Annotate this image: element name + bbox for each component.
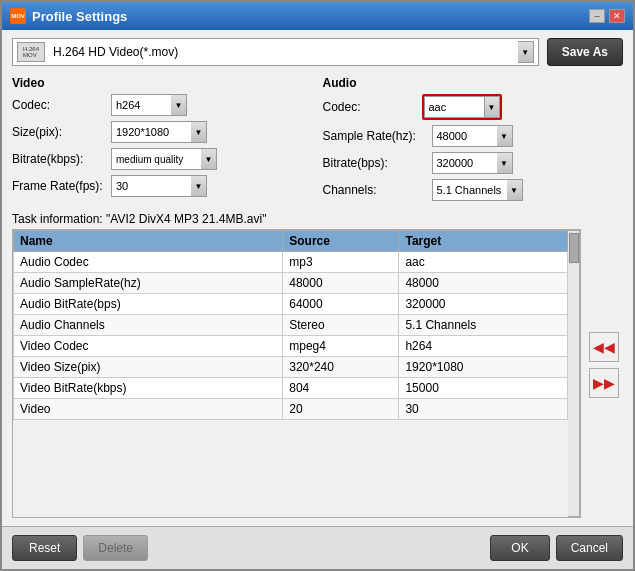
video-framerate-label: Frame Rate(fps): (12, 179, 107, 193)
video-size-value[interactable]: 1920*1080 (111, 121, 191, 143)
profile-select-wrapper: H.264MOV H.264 HD Video(*.mov) ▼ (12, 38, 539, 66)
table-cell: 15000 (399, 378, 568, 399)
table-header-row: Name Source Target (14, 231, 568, 252)
audio-bitrate-select: 320000 ▼ (432, 152, 513, 174)
bottom-bar: Reset Delete OK Cancel (2, 526, 633, 569)
table-cell: 5.1 Channels (399, 315, 568, 336)
audio-channels-row: Channels: 5.1 Channels ▼ (323, 179, 624, 201)
profile-value: H.264 HD Video(*.mov) (49, 45, 514, 59)
audio-channels-label: Channels: (323, 183, 428, 197)
table-cell: Audio SampleRate(hz) (14, 273, 283, 294)
window-title: Profile Settings (32, 9, 127, 24)
video-framerate-value[interactable]: 30 (111, 175, 191, 197)
video-framerate-arrow[interactable]: ▼ (191, 175, 207, 197)
table-cell: Audio Codec (14, 252, 283, 273)
col-name: Name (14, 231, 283, 252)
audio-samplerate-select: 48000 ▼ (432, 125, 513, 147)
table-cell: 30 (399, 399, 568, 420)
save-as-button[interactable]: Save As (547, 38, 623, 66)
video-size-arrow[interactable]: ▼ (191, 121, 207, 143)
video-codec-arrow[interactable]: ▼ (171, 94, 187, 116)
audio-channels-arrow[interactable]: ▼ (507, 179, 523, 201)
top-row: H.264MOV H.264 HD Video(*.mov) ▼ Save As (12, 38, 623, 66)
ok-button[interactable]: OK (490, 535, 549, 561)
table-row: Video BitRate(kbps)80415000 (14, 378, 568, 399)
table-cell: mpeg4 (283, 336, 399, 357)
title-controls: – ✕ (589, 9, 625, 23)
audio-panel: Audio Codec: aac ▼ Sample Rate(hz): 4800… (323, 76, 624, 206)
video-section-title: Video (12, 76, 313, 90)
panels-row: Video Codec: h264 ▼ Size(pix): 1920*1080… (12, 76, 623, 206)
table-scrollbar[interactable] (568, 230, 580, 517)
table-cell: Video Codec (14, 336, 283, 357)
audio-codec-select-wrapper: aac ▼ (422, 94, 502, 120)
table-cell: Audio Channels (14, 315, 283, 336)
scrollbar-thumb[interactable] (569, 233, 579, 263)
cancel-button[interactable]: Cancel (556, 535, 623, 561)
col-source: Source (283, 231, 399, 252)
task-table-scroll[interactable]: Name Source Target Audio Codecmp3aacAudi… (13, 230, 568, 517)
table-cell: 320000 (399, 294, 568, 315)
audio-samplerate-value[interactable]: 48000 (432, 125, 497, 147)
audio-samplerate-arrow[interactable]: ▼ (497, 125, 513, 147)
audio-codec-arrow[interactable]: ▼ (484, 96, 500, 118)
table-cell: Video (14, 399, 283, 420)
video-bitrate-label: Bitrate(kbps): (12, 152, 107, 166)
audio-bitrate-label: Bitrate(bps): (323, 156, 428, 170)
audio-codec-value[interactable]: aac (424, 96, 484, 118)
video-bitrate-value[interactable]: medium quality (111, 148, 201, 170)
video-codec-row: Codec: h264 ▼ (12, 94, 313, 116)
video-bitrate-row: Bitrate(kbps): medium quality ▼ (12, 148, 313, 170)
table-row: Audio Codecmp3aac (14, 252, 568, 273)
table-cell: 804 (283, 378, 399, 399)
table-cell: Video Size(pix) (14, 357, 283, 378)
audio-bitrate-value[interactable]: 320000 (432, 152, 497, 174)
video-codec-select: h264 ▼ (111, 94, 187, 116)
table-cell: 320*240 (283, 357, 399, 378)
audio-bitrate-arrow[interactable]: ▼ (497, 152, 513, 174)
table-row: Video2030 (14, 399, 568, 420)
content-area: H.264MOV H.264 HD Video(*.mov) ▼ Save As… (2, 30, 633, 526)
video-panel: Video Codec: h264 ▼ Size(pix): 1920*1080… (12, 76, 313, 206)
table-cell: 64000 (283, 294, 399, 315)
bottom-left-buttons: Reset Delete (12, 535, 148, 561)
table-cell: 48000 (283, 273, 399, 294)
video-framerate-select: 30 ▼ (111, 175, 207, 197)
video-size-label: Size(pix): (12, 125, 107, 139)
title-bar: MOV Profile Settings – ✕ (2, 2, 633, 30)
table-row: Audio BitRate(bps)64000320000 (14, 294, 568, 315)
task-table-wrapper: Name Source Target Audio Codecmp3aacAudi… (12, 229, 581, 518)
back-nav-button[interactable]: ◀◀ (589, 332, 619, 362)
profile-dropdown-arrow[interactable]: ▼ (518, 41, 534, 63)
table-row: Audio ChannelsStereo5.1 Channels (14, 315, 568, 336)
table-cell: Stereo (283, 315, 399, 336)
side-nav: ◀◀ ▶▶ (585, 212, 623, 518)
audio-channels-value[interactable]: 5.1 Channels (432, 179, 507, 201)
table-cell: Video BitRate(kbps) (14, 378, 283, 399)
table-cell: 48000 (399, 273, 568, 294)
bottom-right-buttons: OK Cancel (490, 535, 623, 561)
title-bar-left: MOV Profile Settings (10, 8, 127, 24)
reset-button[interactable]: Reset (12, 535, 77, 561)
profile-file-icon: H.264MOV (17, 42, 45, 62)
task-info-section: Task information: "AVI2 DivX4 MP3 21.4MB… (12, 212, 581, 518)
table-cell: aac (399, 252, 568, 273)
video-size-row: Size(pix): 1920*1080 ▼ (12, 121, 313, 143)
video-bitrate-arrow[interactable]: ▼ (201, 148, 217, 170)
audio-channels-select: 5.1 Channels ▼ (432, 179, 523, 201)
task-info-label: Task information: "AVI2 DivX4 MP3 21.4MB… (12, 212, 581, 226)
audio-codec-label: Codec: (323, 100, 418, 114)
table-cell: mp3 (283, 252, 399, 273)
audio-bitrate-row: Bitrate(bps): 320000 ▼ (323, 152, 624, 174)
audio-samplerate-label: Sample Rate(hz): (323, 129, 428, 143)
table-cell: h264 (399, 336, 568, 357)
table-row: Video Codecmpeg4h264 (14, 336, 568, 357)
table-row: Video Size(pix)320*2401920*1080 (14, 357, 568, 378)
profile-settings-window: MOV Profile Settings – ✕ H.264MOV H.264 … (0, 0, 635, 571)
close-button[interactable]: ✕ (609, 9, 625, 23)
delete-button[interactable]: Delete (83, 535, 148, 561)
video-codec-value[interactable]: h264 (111, 94, 171, 116)
forward-nav-button[interactable]: ▶▶ (589, 368, 619, 398)
task-section: Task information: "AVI2 DivX4 MP3 21.4MB… (12, 212, 623, 518)
minimize-button[interactable]: – (589, 9, 605, 23)
